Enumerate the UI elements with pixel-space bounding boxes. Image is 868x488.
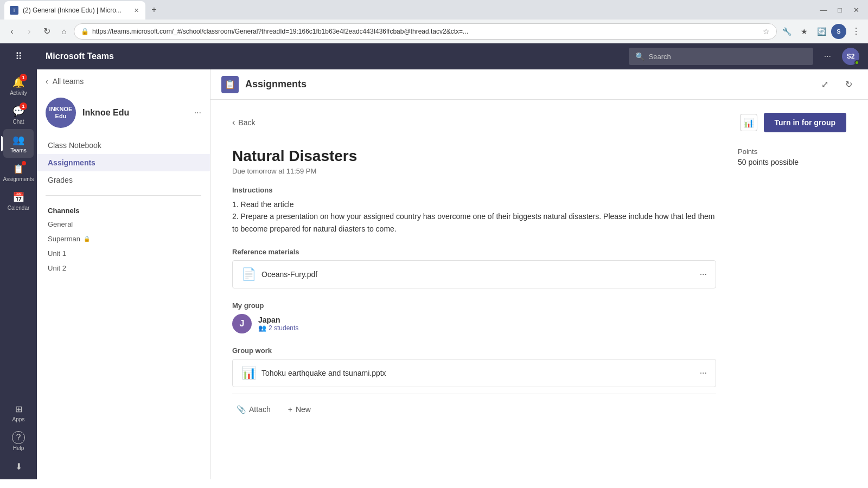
calendar-label: Calendar [8,205,30,211]
tab-close-icon[interactable]: ✕ [132,7,140,14]
sidebar-item-activity[interactable]: 🔔 1 Activity [3,72,34,100]
group-file-more-button[interactable]: ··· [700,368,707,378]
group-students: 👥 2 students [258,324,298,332]
channel-general[interactable]: General [37,217,210,232]
reference-file-name: Oceans-Fury.pdf [261,270,694,279]
back-chevron-icon: ‹ [232,118,235,127]
group-avatar: J [232,314,252,333]
browser-tab[interactable]: T (2) General (Inknoe Edu) | Micro... ✕ [4,1,145,20]
back-chevron-icon: ‹ [46,77,48,86]
instructions-section: Instructions 1. Read the article 2. Prep… [232,186,716,235]
bottom-actions: 📎 Attach + New [232,394,716,425]
activity-badge: 1 [20,74,27,81]
reference-label: Reference materials [232,248,716,256]
apps-icon: ⊞ [12,402,25,415]
assignments-nav-icon: 📋 [12,162,25,175]
chat-icon: 💬 1 [12,105,25,118]
assignments-nav-label: Assignments [3,176,34,182]
address-bar[interactable]: 🔒 https://teams.microsoft.com/_#/school/… [74,23,777,40]
group-work-label: Group work [232,346,716,355]
points-section: Points 50 points possible [738,147,846,425]
address-text: https://teams.microsoft.com/_#/school/cl… [92,28,760,35]
group-work-file-card[interactable]: 📊 Tohoku earthquake and tsunami.pptx ··· [232,359,716,387]
new-plus-icon: + [288,405,292,414]
pdf-icon: 📄 [241,267,256,281]
tab-title: (2) General (Inknoe Edu) | Micro... [23,7,128,14]
team-name: Inknoe Edu [82,108,129,118]
ms-more-button[interactable]: ··· [820,49,835,63]
sidebar-item-help[interactable]: ? Help [3,427,34,455]
sidebar-item-apps[interactable]: ⊞ Apps [3,398,34,427]
content-header: 📋 Assignments ⤢ ↻ [210,69,868,100]
all-teams-label: All teams [53,77,84,86]
teams-label: Teams [10,147,26,153]
profile-avatar[interactable]: S [831,24,846,39]
search-icon: 🔍 [635,52,644,61]
pptx-icon: 📊 [241,366,256,380]
channel-unit1[interactable]: Unit 1 [37,246,210,261]
chat-badge: 1 [20,102,27,110]
close-button[interactable]: ✕ [848,2,864,17]
team-more-button[interactable]: ··· [194,108,201,118]
minimize-button[interactable]: — [816,2,831,17]
channels-title: Channels [37,202,210,217]
assignment-title: Natural Disasters [232,147,716,165]
extensions-button[interactable]: 🔧 [779,24,794,39]
assignment-due: Due tomorrow at 11:59 PM [232,167,716,175]
sidebar-item-assignments[interactable]: 📋 Assignments [3,158,34,187]
students-icon: 👥 [258,324,266,332]
bookmark-button[interactable]: ★ [796,24,812,39]
reference-file-card[interactable]: 📄 Oceans-Fury.pdf ··· [232,260,716,288]
calendar-icon: 📅 [12,191,25,204]
new-button[interactable]: + New [284,403,315,416]
reload-button[interactable]: ↻ [39,24,54,39]
attach-icon: 📎 [237,405,246,414]
sync-button[interactable]: 🔄 [814,24,829,39]
nav-grades[interactable]: Grades [37,171,210,189]
activity-icon: 🔔 1 [12,76,25,89]
nav-assignments[interactable]: Assignments [37,154,210,171]
ms-user-avatar[interactable]: S2 [842,48,859,65]
browser-more-button[interactable]: ⋮ [848,24,864,39]
back-to-teams-button[interactable]: ‹ All teams [37,69,210,93]
my-group-label: My group [232,301,716,310]
expand-button[interactable]: ⤢ [816,76,833,93]
lock-icon: 🔒 [84,236,90,242]
bookmark-icon: ☆ [763,27,770,36]
apps-grid-icon[interactable]: ⠿ [15,50,22,62]
teams-icon: 👥 [12,133,25,146]
assignments-dot [22,161,26,165]
assignments-header-icon: 📋 [221,76,239,93]
left-nav: 🔔 1 Activity 💬 1 Chat 👥 Teams 📋 [0,69,37,479]
nav-class-notebook[interactable]: Class Notebook [37,137,210,154]
sidebar-item-download[interactable]: ⬇ [3,455,34,477]
forward-nav-button[interactable]: › [22,24,37,39]
instructions-text: 1. Read the article 2. Prepare a present… [232,198,716,235]
refresh-button[interactable]: ↻ [840,76,857,93]
ms-search-bar[interactable]: 🔍 Search [629,48,813,65]
back-button[interactable]: ‹ Back [232,118,255,127]
view-rubric-button[interactable]: 📊 [740,114,757,131]
channel-superman[interactable]: Superman 🔒 [37,232,210,246]
assignments-header-title: Assignments [245,79,809,90]
ms-teams-title: Microsoft Teams [46,52,622,61]
team-logo: INKNOEEdu [46,98,76,128]
channel-unit2[interactable]: Unit 2 [37,261,210,275]
file-more-button[interactable]: ··· [700,269,707,279]
attach-button[interactable]: 📎 Attach [232,403,275,416]
back-nav-button[interactable]: ‹ [4,24,20,39]
sidebar-item-teams[interactable]: 👥 Teams [3,129,34,158]
sidebar-item-chat[interactable]: 💬 1 Chat [3,100,34,129]
home-button[interactable]: ⌂ [56,24,72,39]
browser-chrome: T (2) General (Inknoe Edu) | Micro... ✕ … [0,0,868,43]
sidebar-item-calendar[interactable]: 📅 Calendar [3,187,34,215]
new-tab-button[interactable]: + [146,2,162,17]
turn-in-button[interactable]: Turn in for group [764,113,847,132]
maximize-button[interactable]: □ [832,2,847,17]
points-label: Points [738,147,846,156]
activity-label: Activity [10,90,27,96]
group-work-section: Group work 📊 Tohoku earthquake and tsuna… [232,346,716,425]
teams-list-panel: ‹ All teams INKNOEEdu Inknoe Edu ··· Cla… [37,69,210,479]
main-content: 📋 Assignments ⤢ ↻ ‹ Back 📊 [210,69,868,479]
my-group-section: My group J Japan 👥 2 [232,301,716,333]
